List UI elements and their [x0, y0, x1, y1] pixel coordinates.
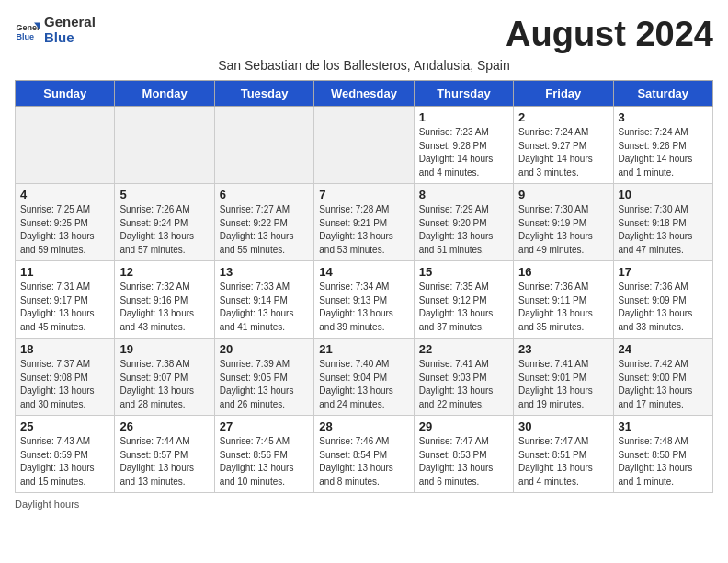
table-row: 16Sunrise: 7:36 AM Sunset: 9:11 PM Dayli…: [514, 261, 613, 339]
header: General Blue General Blue August 2024: [15, 15, 713, 54]
table-row: 13Sunrise: 7:33 AM Sunset: 9:14 PM Dayli…: [214, 261, 313, 339]
table-row: 5Sunrise: 7:26 AM Sunset: 9:24 PM Daylig…: [115, 184, 214, 261]
day-number: 14: [319, 265, 408, 279]
table-row: 23Sunrise: 7:41 AM Sunset: 9:01 PM Dayli…: [514, 339, 613, 416]
day-info: Sunrise: 7:26 AM Sunset: 9:24 PM Dayligh…: [119, 203, 209, 257]
day-info: Sunrise: 7:47 AM Sunset: 8:51 PM Dayligh…: [518, 435, 608, 488]
day-info: Sunrise: 7:32 AM Sunset: 9:16 PM Dayligh…: [119, 281, 209, 334]
table-row: [214, 107, 313, 184]
day-number: 31: [619, 419, 708, 433]
footer-daylight-label: Daylight hours: [15, 499, 713, 510]
col-header-thursday: Thursday: [414, 81, 513, 107]
table-row: 11Sunrise: 7:31 AM Sunset: 9:17 PM Dayli…: [16, 261, 115, 339]
day-number: 29: [419, 419, 508, 433]
day-number: 4: [20, 188, 109, 201]
table-row: 12Sunrise: 7:32 AM Sunset: 9:16 PM Dayli…: [115, 261, 214, 339]
col-header-wednesday: Wednesday: [314, 81, 414, 107]
day-number: 7: [319, 188, 408, 201]
day-info: Sunrise: 7:41 AM Sunset: 9:03 PM Dayligh…: [419, 358, 508, 411]
day-info: Sunrise: 7:43 AM Sunset: 8:59 PM Dayligh…: [20, 435, 109, 488]
day-info: Sunrise: 7:45 AM Sunset: 8:56 PM Dayligh…: [220, 435, 309, 488]
table-row: 14Sunrise: 7:34 AM Sunset: 9:13 PM Dayli…: [314, 261, 414, 339]
table-row: 18Sunrise: 7:37 AM Sunset: 9:08 PM Dayli…: [16, 339, 115, 416]
day-number: 16: [518, 265, 608, 279]
day-info: Sunrise: 7:46 AM Sunset: 8:54 PM Dayligh…: [319, 435, 408, 488]
day-info: Sunrise: 7:44 AM Sunset: 8:57 PM Dayligh…: [119, 435, 209, 488]
day-number: 8: [419, 188, 508, 201]
day-info: Sunrise: 7:39 AM Sunset: 9:05 PM Dayligh…: [220, 358, 309, 411]
table-row: 8Sunrise: 7:29 AM Sunset: 9:20 PM Daylig…: [414, 184, 513, 261]
day-number: 6: [220, 188, 309, 201]
table-row: 4Sunrise: 7:25 AM Sunset: 9:25 PM Daylig…: [16, 184, 115, 261]
col-header-monday: Monday: [115, 81, 214, 107]
day-info: Sunrise: 7:42 AM Sunset: 9:00 PM Dayligh…: [619, 358, 708, 411]
table-row: 2Sunrise: 7:24 AM Sunset: 9:27 PM Daylig…: [514, 107, 613, 184]
day-number: 19: [119, 342, 209, 356]
day-number: 21: [319, 342, 408, 356]
day-info: Sunrise: 7:34 AM Sunset: 9:13 PM Dayligh…: [319, 281, 408, 334]
table-row: 10Sunrise: 7:30 AM Sunset: 9:18 PM Dayli…: [613, 184, 712, 261]
day-info: Sunrise: 7:24 AM Sunset: 9:26 PM Dayligh…: [619, 126, 708, 179]
day-number: 30: [518, 419, 608, 433]
logo-icon: General Blue: [15, 17, 40, 43]
day-number: 9: [518, 188, 608, 201]
table-row: [16, 107, 115, 184]
logo-general: General: [44, 15, 96, 30]
table-row: 3Sunrise: 7:24 AM Sunset: 9:26 PM Daylig…: [613, 107, 712, 184]
table-row: 26Sunrise: 7:44 AM Sunset: 8:57 PM Dayli…: [115, 416, 214, 493]
day-info: Sunrise: 7:36 AM Sunset: 9:09 PM Dayligh…: [619, 281, 708, 334]
day-info: Sunrise: 7:29 AM Sunset: 9:20 PM Dayligh…: [419, 203, 508, 257]
col-header-sunday: Sunday: [16, 81, 115, 107]
day-number: 27: [220, 419, 309, 433]
day-number: 13: [220, 265, 309, 279]
logo-blue: Blue: [44, 30, 96, 46]
table-row: 30Sunrise: 7:47 AM Sunset: 8:51 PM Dayli…: [514, 416, 613, 493]
table-row: 15Sunrise: 7:35 AM Sunset: 9:12 PM Dayli…: [414, 261, 513, 339]
table-row: 24Sunrise: 7:42 AM Sunset: 9:00 PM Dayli…: [613, 339, 712, 416]
day-info: Sunrise: 7:48 AM Sunset: 8:50 PM Dayligh…: [619, 435, 708, 488]
day-info: Sunrise: 7:33 AM Sunset: 9:14 PM Dayligh…: [220, 281, 309, 334]
table-row: 20Sunrise: 7:39 AM Sunset: 9:05 PM Dayli…: [214, 339, 313, 416]
day-info: Sunrise: 7:40 AM Sunset: 9:04 PM Dayligh…: [319, 358, 408, 411]
day-info: Sunrise: 7:47 AM Sunset: 8:53 PM Dayligh…: [419, 435, 508, 488]
day-number: 3: [619, 110, 708, 124]
table-row: 6Sunrise: 7:27 AM Sunset: 9:22 PM Daylig…: [214, 184, 313, 261]
day-info: Sunrise: 7:31 AM Sunset: 9:17 PM Dayligh…: [20, 281, 109, 334]
day-info: Sunrise: 7:41 AM Sunset: 9:01 PM Dayligh…: [518, 358, 608, 411]
day-number: 23: [518, 342, 608, 356]
table-row: 31Sunrise: 7:48 AM Sunset: 8:50 PM Dayli…: [613, 416, 712, 493]
day-info: Sunrise: 7:38 AM Sunset: 9:07 PM Dayligh…: [119, 358, 209, 411]
table-row: [314, 107, 414, 184]
svg-text:Blue: Blue: [16, 31, 34, 40]
day-number: 26: [119, 419, 209, 433]
calendar-table: SundayMondayTuesdayWednesdayThursdayFrid…: [15, 80, 713, 493]
col-header-saturday: Saturday: [613, 81, 712, 107]
table-row: 19Sunrise: 7:38 AM Sunset: 9:07 PM Dayli…: [115, 339, 214, 416]
month-title: August 2024: [506, 15, 713, 54]
day-number: 10: [619, 188, 708, 201]
day-info: Sunrise: 7:35 AM Sunset: 9:12 PM Dayligh…: [419, 281, 508, 334]
day-info: Sunrise: 7:37 AM Sunset: 9:08 PM Dayligh…: [20, 358, 109, 411]
day-info: Sunrise: 7:36 AM Sunset: 9:11 PM Dayligh…: [518, 281, 608, 334]
day-info: Sunrise: 7:28 AM Sunset: 9:21 PM Dayligh…: [319, 203, 408, 257]
table-row: 27Sunrise: 7:45 AM Sunset: 8:56 PM Dayli…: [214, 416, 313, 493]
col-header-tuesday: Tuesday: [214, 81, 313, 107]
day-number: 1: [419, 110, 508, 124]
table-row: 1Sunrise: 7:23 AM Sunset: 9:28 PM Daylig…: [414, 107, 513, 184]
day-number: 25: [20, 419, 109, 433]
table-row: 7Sunrise: 7:28 AM Sunset: 9:21 PM Daylig…: [314, 184, 414, 261]
day-info: Sunrise: 7:27 AM Sunset: 9:22 PM Dayligh…: [220, 203, 309, 257]
day-info: Sunrise: 7:25 AM Sunset: 9:25 PM Dayligh…: [20, 203, 109, 257]
table-row: 21Sunrise: 7:40 AM Sunset: 9:04 PM Dayli…: [314, 339, 414, 416]
col-header-friday: Friday: [514, 81, 613, 107]
day-number: 17: [619, 265, 708, 279]
day-number: 15: [419, 265, 508, 279]
day-number: 2: [518, 110, 608, 124]
table-row: 29Sunrise: 7:47 AM Sunset: 8:53 PM Dayli…: [414, 416, 513, 493]
day-number: 11: [20, 265, 109, 279]
table-row: [115, 107, 214, 184]
day-info: Sunrise: 7:23 AM Sunset: 9:28 PM Dayligh…: [419, 126, 508, 179]
logo: General Blue General Blue: [15, 15, 96, 45]
day-info: Sunrise: 7:30 AM Sunset: 9:18 PM Dayligh…: [619, 203, 708, 257]
table-row: 17Sunrise: 7:36 AM Sunset: 9:09 PM Dayli…: [613, 261, 712, 339]
